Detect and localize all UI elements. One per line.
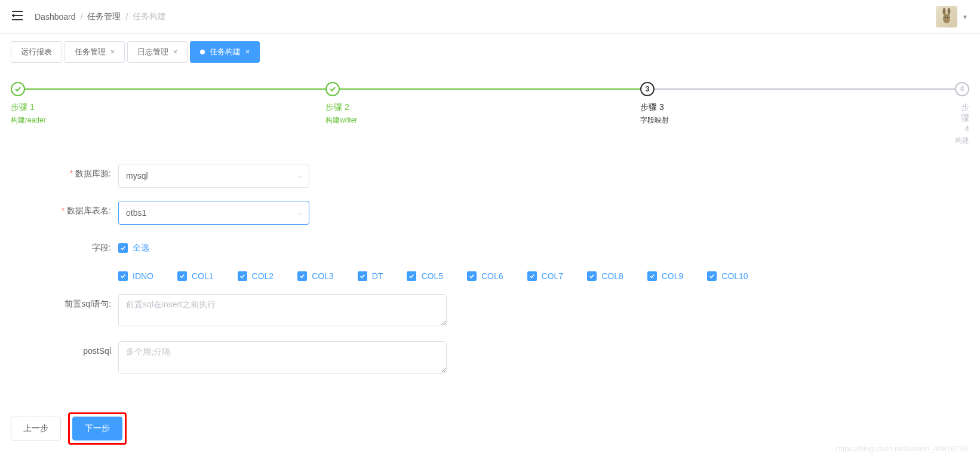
prev-button[interactable]: 上一步 xyxy=(11,417,61,440)
step-desc: 构建 xyxy=(955,136,969,146)
column-checkbox[interactable] xyxy=(467,271,477,281)
column-label[interactable]: COL3 xyxy=(312,271,334,281)
svg-point-3 xyxy=(945,17,946,18)
form-label: 前置sql语句: xyxy=(11,294,118,310)
svg-point-4 xyxy=(947,17,948,18)
column-checkbox[interactable] xyxy=(707,271,717,281)
column-checkbox[interactable] xyxy=(407,271,416,281)
close-icon[interactable]: × xyxy=(245,48,250,56)
step-title: 步骤 1 xyxy=(11,102,325,113)
form-label: postSql xyxy=(11,341,118,356)
avatar[interactable] xyxy=(936,6,957,27)
breadcrumb-item[interactable]: 任务管理 xyxy=(87,11,121,22)
column-checkbox[interactable] xyxy=(297,271,307,281)
table-select[interactable]: otbs1 ⌵ xyxy=(118,201,309,225)
tab-log-manage[interactable]: 日志管理 × xyxy=(127,41,188,63)
breadcrumb-separator: / xyxy=(81,12,83,22)
form-label: *数据库源: xyxy=(11,164,118,179)
step-1: 步骤 1 构建reader xyxy=(11,82,325,126)
step-4: 4 步骤 4 构建 xyxy=(955,82,969,146)
close-icon[interactable]: × xyxy=(173,48,177,56)
form-label: *数据库表名: xyxy=(11,201,118,216)
breadcrumb-current: 任务构建 xyxy=(133,11,166,22)
column-checkbox[interactable] xyxy=(527,271,537,281)
column-item: COL2 xyxy=(238,271,274,281)
breadcrumb-separator: / xyxy=(125,12,128,22)
header-left: Dashboard / 任务管理 / 任务构建 xyxy=(12,11,166,23)
step-desc: 字段映射 xyxy=(640,115,955,126)
form-row-datasource: *数据库源: mysql ⌵ xyxy=(11,164,969,188)
column-label[interactable]: DT xyxy=(372,271,383,281)
select-all-checkbox[interactable] xyxy=(118,243,128,253)
column-checkbox[interactable] xyxy=(587,271,597,281)
column-item: DT xyxy=(358,271,383,281)
tabs-container: 运行报表 任务管理 × 日志管理 × 任务构建 × xyxy=(0,34,980,70)
svg-point-2 xyxy=(943,14,950,23)
datasource-select[interactable]: mysql ⌵ xyxy=(118,164,309,188)
step-3: 3 步骤 3 字段映射 xyxy=(640,82,955,126)
column-checkbox[interactable] xyxy=(238,271,247,281)
check-icon xyxy=(325,82,340,96)
tab-task-manage[interactable]: 任务管理 × xyxy=(64,41,125,63)
form-label: 字段: xyxy=(11,238,118,253)
column-item: COL3 xyxy=(297,271,334,281)
tab-task-build[interactable]: 任务构建 × xyxy=(190,41,260,63)
form-row-fields: 字段: 全选 IDNOCOL1COL2COL3DTCOL5COL6COL7COL… xyxy=(11,238,969,281)
check-icon xyxy=(11,82,25,96)
column-label[interactable]: COL8 xyxy=(601,271,623,281)
select-all-label[interactable]: 全选 xyxy=(133,243,149,253)
tab-label: 日志管理 xyxy=(137,47,168,57)
highlight-box: 下一步 xyxy=(68,412,127,445)
step-2: 步骤 2 构建writer xyxy=(325,82,640,126)
step-title: 步骤 2 xyxy=(325,102,640,113)
column-label[interactable]: COL2 xyxy=(252,271,274,281)
column-label[interactable]: COL6 xyxy=(481,271,503,281)
chevron-down-icon: ⌵ xyxy=(297,209,302,217)
column-item: IDNO xyxy=(118,271,153,281)
select-value: otbs1 xyxy=(126,208,146,218)
step-desc: 构建writer xyxy=(325,115,640,126)
svg-point-0 xyxy=(943,8,946,15)
column-checkbox[interactable] xyxy=(647,271,657,281)
column-item: COL6 xyxy=(467,271,503,281)
step-number-icon: 3 xyxy=(640,82,655,96)
step-number-icon: 4 xyxy=(955,82,969,96)
chevron-down-icon: ⌵ xyxy=(297,172,302,180)
step-desc: 构建reader xyxy=(11,115,325,126)
tab-report[interactable]: 运行报表 xyxy=(11,41,62,63)
steps-container: 步骤 1 构建reader 步骤 2 构建writer 3 步骤 3 字段映射 … xyxy=(0,70,980,152)
postsql-textarea[interactable] xyxy=(118,341,447,374)
column-item: COL9 xyxy=(647,271,684,281)
form-row-presql: 前置sql语句: xyxy=(11,294,969,328)
column-checkbox[interactable] xyxy=(358,271,367,281)
next-button[interactable]: 下一步 xyxy=(72,417,122,440)
step-title: 步骤 4 xyxy=(955,102,969,133)
column-checkbox[interactable] xyxy=(118,271,128,281)
form-row-table: *数据库表名: otbs1 ⌵ xyxy=(11,201,969,225)
required-mark: * xyxy=(70,169,73,178)
select-value: mysql xyxy=(126,171,148,181)
step-title: 步骤 3 xyxy=(640,102,955,113)
columns-container: IDNOCOL1COL2COL3DTCOL5COL6COL7COL8COL9CO… xyxy=(118,271,969,281)
column-item: COL1 xyxy=(177,271,214,281)
step-line xyxy=(655,88,955,90)
svg-point-1 xyxy=(948,8,951,15)
column-label[interactable]: COL10 xyxy=(721,271,748,281)
column-checkbox[interactable] xyxy=(177,271,187,281)
column-label[interactable]: COL7 xyxy=(542,271,564,281)
tab-label: 任务构建 xyxy=(210,47,241,57)
active-dot-icon xyxy=(200,50,205,54)
column-label[interactable]: IDNO xyxy=(133,271,153,281)
column-label[interactable]: COL1 xyxy=(192,271,214,281)
close-icon[interactable]: × xyxy=(110,48,115,56)
menu-toggle-icon[interactable] xyxy=(12,11,23,23)
form-row-postsql: postSql xyxy=(11,341,969,375)
user-menu-caret-icon[interactable]: ▼ xyxy=(962,14,968,20)
breadcrumb-item[interactable]: Dashboard xyxy=(35,12,76,22)
presql-textarea[interactable] xyxy=(118,294,447,326)
column-label[interactable]: COL5 xyxy=(421,271,443,281)
column-label[interactable]: COL9 xyxy=(662,271,684,281)
column-item: COL5 xyxy=(407,271,443,281)
step-line xyxy=(25,88,325,90)
column-item: COL7 xyxy=(527,271,564,281)
